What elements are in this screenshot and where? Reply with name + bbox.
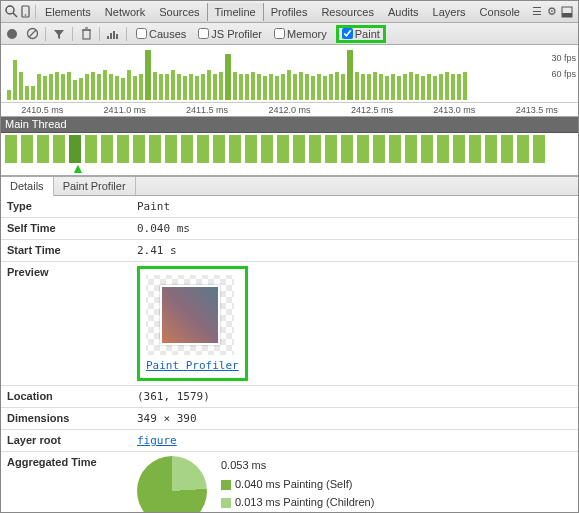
drawer-icon[interactable]: ☰ bbox=[531, 5, 544, 19]
tab-layers[interactable]: Layers bbox=[426, 3, 473, 21]
dock-icon[interactable] bbox=[561, 5, 574, 19]
tab-timeline[interactable]: Timeline bbox=[207, 3, 264, 21]
tab-details[interactable]: Details bbox=[1, 177, 54, 196]
jsprofiler-checkbox[interactable]: JS Profiler bbox=[195, 28, 265, 40]
label-starttime: Start Time bbox=[7, 244, 137, 256]
details-pane: TypePaint Self Time0.040 ms Start Time2.… bbox=[1, 196, 578, 513]
gc-icon[interactable] bbox=[79, 27, 93, 41]
pie-chart bbox=[137, 456, 207, 513]
layer-root-link[interactable]: figure bbox=[137, 434, 177, 447]
value-location: (361, 1579) bbox=[137, 390, 572, 403]
timeline-toolbar: Causes JS Profiler Memory Paint bbox=[1, 23, 578, 45]
svg-rect-14 bbox=[110, 33, 112, 39]
svg-rect-13 bbox=[107, 36, 109, 39]
filter-icon[interactable] bbox=[52, 27, 66, 41]
top-bar: Elements Network Sources Timeline Profil… bbox=[1, 1, 578, 23]
paint-profiler-link[interactable]: Paint Profiler bbox=[146, 359, 239, 372]
value-dimensions: 349 × 390 bbox=[137, 412, 572, 425]
svg-rect-16 bbox=[116, 34, 118, 39]
label-location: Location bbox=[7, 390, 137, 402]
pie-legend: 0.053 ms 0.040 ms Painting (Self) 0.013 … bbox=[221, 456, 374, 512]
tab-profiles[interactable]: Profiles bbox=[264, 3, 315, 21]
swatch-self bbox=[221, 480, 231, 490]
swatch-children bbox=[221, 498, 231, 508]
main-thread-track[interactable]: ▲ bbox=[1, 133, 578, 176]
tab-console[interactable]: Console bbox=[473, 3, 527, 21]
panel-tabs: Elements Network Sources Timeline Profil… bbox=[38, 3, 527, 21]
label-preview: Preview bbox=[7, 266, 137, 278]
label-selftime: Self Time bbox=[7, 222, 137, 234]
label-dimensions: Dimensions bbox=[7, 412, 137, 424]
svg-rect-10 bbox=[83, 30, 90, 39]
svg-marker-9 bbox=[54, 30, 64, 39]
tab-audits[interactable]: Audits bbox=[381, 3, 426, 21]
settings-icon[interactable]: ⚙ bbox=[546, 5, 559, 19]
preview-highlight: Paint Profiler bbox=[137, 266, 248, 381]
value-selftime: 0.040 ms bbox=[137, 222, 572, 235]
causes-checkbox[interactable]: Causes bbox=[133, 28, 189, 40]
timeline-overview[interactable]: 30 fps 60 fps 2410.5 ms2411.0 ms2411.5 m… bbox=[1, 45, 578, 117]
svg-point-0 bbox=[6, 6, 14, 14]
record-icon[interactable] bbox=[5, 27, 19, 41]
detail-tabs: Details Paint Profiler bbox=[1, 176, 578, 196]
value-type: Paint bbox=[137, 200, 572, 213]
device-icon[interactable] bbox=[20, 5, 33, 19]
tab-paint-profiler[interactable]: Paint Profiler bbox=[54, 177, 136, 195]
preview-thumb bbox=[146, 275, 234, 355]
arrow-up-icon: ▲ bbox=[71, 160, 85, 176]
preview-image bbox=[160, 285, 220, 345]
memory-checkbox[interactable]: Memory bbox=[271, 28, 330, 40]
paint-checkbox[interactable]: Paint bbox=[336, 25, 386, 43]
search-icon[interactable] bbox=[5, 5, 18, 19]
tab-sources[interactable]: Sources bbox=[152, 3, 206, 21]
time-axis: 2410.5 ms2411.0 ms2411.5 ms 2412.0 ms241… bbox=[1, 102, 578, 116]
main-thread-label: Main Thread bbox=[1, 117, 578, 133]
tab-resources[interactable]: Resources bbox=[314, 3, 381, 21]
svg-point-6 bbox=[7, 29, 17, 39]
agg-total: 0.053 ms bbox=[221, 456, 374, 475]
tab-elements[interactable]: Elements bbox=[38, 3, 98, 21]
svg-rect-15 bbox=[113, 31, 115, 39]
label-type: Type bbox=[7, 200, 137, 212]
clear-icon[interactable] bbox=[25, 27, 39, 41]
svg-line-1 bbox=[13, 13, 17, 17]
agg-self: 0.040 ms Painting (Self) bbox=[235, 478, 352, 490]
view-mode-icon[interactable] bbox=[106, 27, 120, 41]
svg-point-3 bbox=[25, 14, 27, 16]
overview-bars bbox=[1, 50, 578, 100]
label-aggtime: Aggregated Time bbox=[7, 456, 137, 468]
agg-children: 0.013 ms Painting (Children) bbox=[235, 496, 374, 508]
value-starttime: 2.41 s bbox=[137, 244, 572, 257]
label-layerroot: Layer root bbox=[7, 434, 137, 446]
svg-line-8 bbox=[29, 30, 36, 37]
tab-network[interactable]: Network bbox=[98, 3, 152, 21]
svg-rect-5 bbox=[562, 13, 572, 17]
